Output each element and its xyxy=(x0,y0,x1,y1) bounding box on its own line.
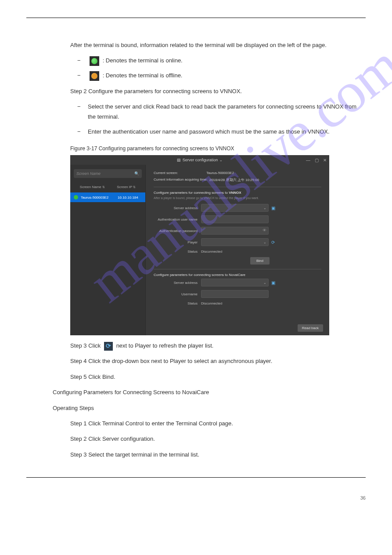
sort-icon: ⇅ xyxy=(133,185,136,189)
auth-pw-row: Authentication password xyxy=(154,227,321,235)
chevron-down-icon: ⌄ xyxy=(263,281,266,285)
chevron-down-icon: ⌄ xyxy=(219,158,223,162)
vnnox-section-title: Configure parameters for connecting scre… xyxy=(154,191,321,195)
terminal-row-ip: 10.10.10.184 xyxy=(114,196,142,200)
auth-pw-input[interactable] xyxy=(201,227,269,235)
main-panel: Current screen: Taurus-500003E2 Current … xyxy=(146,165,329,335)
server-address-row: Server address ⌄ ▣ xyxy=(154,204,321,212)
current-screen-line: Current screen: Taurus-500003E2 xyxy=(154,171,321,175)
op-steps-heading: Operating Steps xyxy=(53,403,366,413)
novaicare-username-label: Username xyxy=(154,292,201,296)
novaicare-server-label: Server address xyxy=(154,281,201,285)
novaicare-server-config-icon[interactable]: ▣ xyxy=(271,280,275,285)
section-heading: Configuring Parameters for Connecting Sc… xyxy=(53,387,366,397)
dash-item-online: : Denotes the terminal is online. xyxy=(88,55,366,66)
window-icon: ▤ xyxy=(177,158,181,162)
terminal-row-selected[interactable]: Taurus-500003E2 10.10.10.184 xyxy=(70,192,145,202)
search-input[interactable]: Screen Name 🔍 xyxy=(74,169,142,178)
chevron-down-icon: ⌄ xyxy=(263,240,266,244)
player-row: Player ⌄ ⟳ xyxy=(154,238,321,246)
top-horizontal-rule xyxy=(26,18,366,18)
server-address-label: Server address xyxy=(154,206,201,210)
acq-time-label: Current information acquiring time: xyxy=(154,178,208,182)
terminal-list-sidebar: Screen Name 🔍 Screen Name⇅ Screen IP⇅ Ta… xyxy=(70,165,146,335)
player-label: Player xyxy=(154,240,201,244)
step3-line: Step 3 Click ⟳ next to Player to refresh… xyxy=(70,341,366,351)
figure-caption: Figure 3-17 Configuring parameters for c… xyxy=(70,145,366,152)
bottom-step1: Step 1 Click Terminal Control to enter t… xyxy=(70,418,366,428)
sort-icon: ⇅ xyxy=(102,185,105,189)
player-select[interactable]: ⌄ xyxy=(201,238,269,246)
bind-button-row: Bind xyxy=(154,257,321,265)
acq-time-value: 2018/4/28 星期六 上午 10:25:00 xyxy=(209,178,259,182)
novaicare-username-input[interactable] xyxy=(201,290,269,298)
section-divider xyxy=(154,269,321,269)
server-config-window: ▤ Server configuration ⌄ — ▢ ✕ Screen Na… xyxy=(70,155,329,335)
refresh-icon: ⟳ xyxy=(104,342,113,351)
chevron-down-icon: ⌄ xyxy=(263,206,266,210)
close-button[interactable]: ✕ xyxy=(323,158,327,163)
window-controls: — ▢ ✕ xyxy=(306,155,327,165)
vnnox-section-hint: After a player is bound, please go to VN… xyxy=(154,196,321,200)
novaicare-server-select[interactable]: ⌄ xyxy=(201,279,269,287)
auth-user-row: Authentication user name xyxy=(154,215,321,223)
auth-user-label: Authentication user name xyxy=(154,218,201,221)
bind-button[interactable]: Bind xyxy=(250,257,270,265)
column-header-name[interactable]: Screen Name⇅ xyxy=(74,185,111,189)
step4-line: Step 4 Click the drop-down box next to P… xyxy=(70,356,366,366)
step2-sub2: Enter the authentication user name and p… xyxy=(88,127,366,137)
search-icon: 🔍 xyxy=(134,171,139,176)
dash-item-offline: : Denotes the terminal is offline. xyxy=(88,70,366,81)
intro-paragraph: After the terminal is bound, information… xyxy=(70,40,366,50)
auth-pw-label: Authentication password xyxy=(154,229,201,233)
novaicare-status-label: Status xyxy=(154,301,201,305)
server-address-select[interactable]: ⌄ xyxy=(201,204,269,212)
step2-lead: Step 2 Configure the parameters for conn… xyxy=(70,86,366,96)
column-header-ip[interactable]: Screen IP⇅ xyxy=(111,185,142,189)
auth-user-input[interactable] xyxy=(201,215,269,223)
vnnox-status-value: Disconnected xyxy=(201,250,222,254)
maximize-button[interactable]: ▢ xyxy=(315,158,319,163)
page-number: 36 xyxy=(26,495,366,501)
terminal-row-name: Taurus-500003E2 xyxy=(81,196,114,200)
refresh-player-icon[interactable]: ⟳ xyxy=(271,240,275,245)
offline-status-icon xyxy=(90,71,99,81)
readback-button-row: Read back xyxy=(298,324,323,332)
vnnox-status-label: Status xyxy=(154,250,201,254)
dash-item-offline-text: : Denotes the terminal is offline. xyxy=(103,72,183,79)
novaicare-status-row: Status Disconnected xyxy=(154,301,321,305)
terminal-list-header: Screen Name⇅ Screen IP⇅ xyxy=(74,183,142,191)
acq-time-line: Current information acquiring time: 2018… xyxy=(154,178,321,182)
bottom-step3: Step 3 Select the target terminal in the… xyxy=(70,450,366,460)
novaicare-status-value: Disconnected xyxy=(201,301,222,305)
window-titlebar: ▤ Server configuration ⌄ — ▢ ✕ xyxy=(70,155,329,165)
vnnox-status-row: Status Disconnected xyxy=(154,250,321,254)
novaicare-username-row: Username xyxy=(154,290,321,298)
online-status-icon xyxy=(90,56,99,66)
read-back-button[interactable]: Read back xyxy=(298,324,323,332)
current-screen-label: Current screen: xyxy=(154,171,206,175)
search-placeholder: Screen Name xyxy=(76,171,101,176)
dash-item-online-text: : Denotes the terminal is online. xyxy=(103,57,183,64)
minimize-button[interactable]: — xyxy=(306,158,310,163)
server-config-icon[interactable]: ▣ xyxy=(271,206,275,210)
window-title: Server configuration xyxy=(183,158,218,162)
step2-sub1: Select the server and click Read back to… xyxy=(88,102,366,122)
step5-line: Step 5 Click Bind. xyxy=(70,372,366,382)
status-dot-icon xyxy=(74,195,78,200)
novaicare-server-row: Server address ⌄ ▣ xyxy=(154,279,321,287)
current-screen-value: Taurus-500003E2 xyxy=(206,171,234,175)
novaicare-section-title: Configure parameters for connecting scre… xyxy=(154,273,321,277)
section-divider xyxy=(154,187,321,187)
bottom-step2: Step 2 Click Server configuration. xyxy=(70,434,366,444)
bottom-horizontal-rule xyxy=(26,477,366,478)
titlebar-center[interactable]: ▤ Server configuration ⌄ xyxy=(177,158,223,162)
